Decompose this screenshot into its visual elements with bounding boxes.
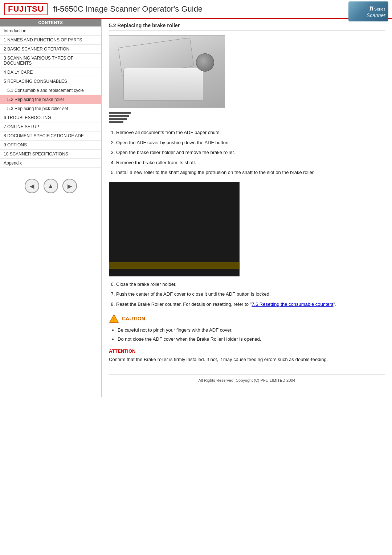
caution-label: CAUTION [122,316,145,321]
line-bar-3 [109,118,127,120]
lines-decoration [109,112,131,123]
sidebar-item-basic-scanner[interactable]: 2 BASIC SCANNER OPERATION [0,45,101,54]
sidebar-item-consumable-cycle[interactable]: 5.1 Consumable and replacement cycle [0,86,101,95]
fujitsu-logo: FUJiTSU [4,3,48,15]
step-5: Install a new roller to the shaft aligni… [116,169,385,176]
sidebar-contents-header: CONTENTS [0,19,101,27]
fujitsu-logo-text: FUJiTSU [8,4,44,13]
sidebar-item-options[interactable]: 9 OPTIONS [0,141,101,150]
step-4: Remove the brake roller from its shaft. [116,159,385,166]
page-header: FUJiTSU fi-5650C Image Scanner Operator'… [0,0,392,19]
step-3: Open the brake roller holder and remove … [116,149,385,156]
sidebar-item-troubleshooting[interactable]: 6 TROUBLESHOOTING [0,113,101,122]
caution-item-1: Be careful not to pinch your fingers wit… [118,327,385,334]
nav-up-button[interactable]: ▲ [44,179,58,193]
fi-series-badge: fi Series Scanner [348,1,388,21]
attention-label: ATTENTION [109,348,385,354]
sidebar-item-scanning-various[interactable]: 3 SCANNING VARIOUS TYPES OF DOCUMENTS [0,54,101,68]
step-6: Close the brake roller holder. [116,281,385,288]
footer-text: All Rights Reserved. Copyright (C) PFU L… [198,378,295,382]
sidebar-item-appendix[interactable]: Appendix [0,159,101,168]
series-badge-text: Series [374,7,385,11]
content-area: 5.2 Replacing the brake roller Remove al… [102,19,392,397]
up-icon: ▲ [48,183,54,189]
sidebar-item-online-setup[interactable]: 7 ONLINE SETUP [0,122,101,131]
section-title: 5.2 Replacing the brake roller [109,23,385,31]
attention-box: ATTENTION Confirm that the Brake roller … [109,348,385,363]
nav-back-button[interactable]: ◀ [25,179,39,193]
sidebar-item-scanner-spec[interactable]: 10 SCANNER SPECIFICATIONS [0,150,101,159]
sidebar-item-names-functions[interactable]: 1 NAMES AND FUNCTIONS OF PARTS [0,36,101,45]
scanner-badge-text: Scanner [367,12,385,18]
steps-list-part2: Close the brake roller holder. Push the … [109,281,385,308]
sidebar-item-replacing-consumables[interactable]: 5 REPLACING CONSUMABLES [0,77,101,86]
page-footer: All Rights Reserved. Copyright (C) PFU L… [109,374,385,386]
nav-forward-button[interactable]: ▶ [62,179,77,193]
caution-item-2: Do not close the ADF cover when the Brak… [118,336,385,343]
step-1: Remove all documents from the ADF paper … [116,129,385,136]
line-bar-2 [109,115,129,117]
scanner-shape [120,42,214,101]
installation-image [109,182,240,276]
back-icon: ◀ [30,183,34,190]
caution-items: Be careful not to pinch your fingers wit… [109,327,385,343]
attention-text: Confirm that the Brake roller is firmly … [109,356,385,363]
consumable-counters-link[interactable]: 7.6 Resetting the consumable counters [252,301,333,307]
fi-badge-text: fi [369,5,373,12]
logo-area: FUJiTSU fi-5650C Image Scanner Operator'… [4,3,203,15]
sidebar: CONTENTS Introduction 1 NAMES AND FUNCTI… [0,19,102,397]
caution-header: ! CAUTION [109,313,385,324]
scanner-body [123,68,203,101]
caution-icon: ! [109,313,119,324]
forward-icon: ▶ [68,183,72,190]
sidebar-nav: ◀ ▲ ▶ [0,175,101,197]
sidebar-item-introduction[interactable]: Introduction [0,27,101,36]
caution-box: ! CAUTION Be careful not to pinch your f… [109,313,385,343]
step-2: Open the ADF cover by pushing down the A… [116,139,385,146]
sidebar-item-daily-care[interactable]: 4 DAILY CARE [0,68,101,77]
sidebar-item-replacing-brake[interactable]: 5.2 Replacing the brake roller [0,95,101,104]
scanner-image-inner [109,36,225,108]
step-7: Push the center of the ADF cover to clos… [116,291,385,298]
line-bar-4 [109,121,123,123]
page-title: fi-5650C Image Scanner Operator's Guide [53,4,203,14]
scanner-roller [196,53,214,72]
step-8: Reset the Brake Roller counter. For deta… [116,301,385,308]
svg-text:!: ! [113,317,115,323]
main-layout: CONTENTS Introduction 1 NAMES AND FUNCTI… [0,19,392,397]
steps-list-part1: Remove all documents from the ADF paper … [109,129,385,176]
line-bar-1 [109,112,131,114]
warning-triangle-icon: ! [109,313,119,324]
image-bar [109,262,239,269]
scanner-image [109,35,225,108]
sidebar-item-replacing-pick[interactable]: 5.3 Replacing the pick roller set [0,104,101,113]
sidebar-item-document-spec[interactable]: 8 DOCUMENT SPECIFICATION OF ADF [0,131,101,141]
